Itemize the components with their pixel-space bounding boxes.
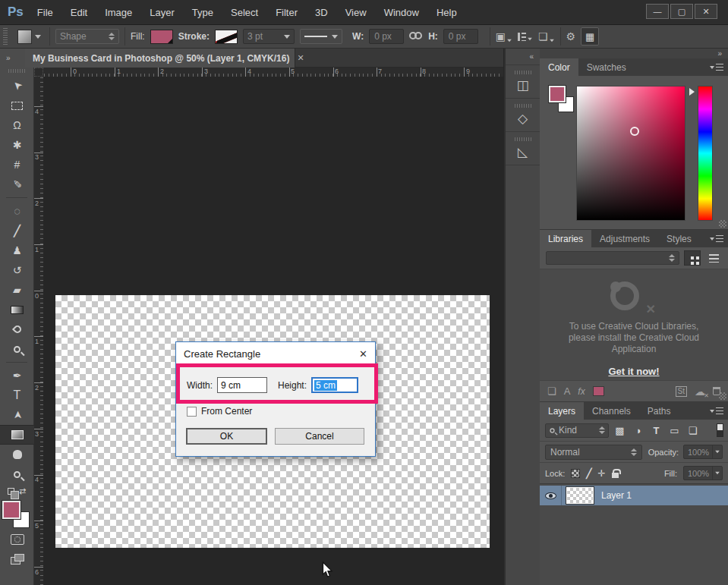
- tools-grip[interactable]: [8, 69, 25, 73]
- dodge-tool[interactable]: [0, 339, 34, 359]
- filter-adjustment-layers-icon[interactable]: ◑: [631, 425, 645, 436]
- default-colors-icon[interactable]: [8, 488, 14, 495]
- lock-all-icon[interactable]: [612, 473, 619, 478]
- tab-color[interactable]: Color: [540, 58, 578, 76]
- add-graphic-icon[interactable]: ❏: [547, 385, 556, 397]
- adobe-stock-icon[interactable]: St: [676, 386, 687, 397]
- fill-color-swatch[interactable]: [150, 30, 173, 44]
- lock-position-icon[interactable]: ✛: [598, 468, 606, 479]
- from-center-checkbox[interactable]: [187, 407, 197, 417]
- move-tool[interactable]: ➤: [0, 76, 34, 96]
- foreground-color-well[interactable]: [549, 86, 566, 102]
- link-dimensions-icon[interactable]: [409, 32, 423, 41]
- magic-wand-tool[interactable]: ✱: [0, 135, 34, 155]
- canvas-pasteboard[interactable]: [43, 77, 503, 585]
- filter-pixel-layers-icon[interactable]: ▩: [613, 425, 627, 436]
- resize-grip[interactable]: [719, 392, 726, 400]
- menu-filter[interactable]: Filter: [276, 7, 298, 18]
- maximize-button[interactable]: ▢: [670, 4, 693, 19]
- fill-input[interactable]: 100%: [683, 466, 723, 480]
- filter-kind-select[interactable]: Kind: [545, 423, 609, 438]
- menu-file[interactable]: File: [37, 7, 53, 18]
- grid-view-button[interactable]: [684, 250, 701, 266]
- menu-select[interactable]: Select: [231, 7, 258, 18]
- panel-menu-icon[interactable]: [710, 407, 723, 415]
- path-arrangement-button[interactable]: ❏: [538, 30, 555, 42]
- hand-tool[interactable]: [0, 445, 34, 464]
- info-panel-button[interactable]: ◺: [506, 132, 540, 165]
- brush-tool[interactable]: ╱: [0, 221, 34, 241]
- gradient-tool[interactable]: [0, 300, 34, 319]
- clone-stamp-tool[interactable]: ♟: [0, 241, 34, 260]
- menu-layer[interactable]: Layer: [150, 7, 175, 18]
- layer-thumbnail[interactable]: [566, 487, 594, 504]
- library-select[interactable]: [546, 251, 679, 265]
- width-input[interactable]: [217, 377, 267, 393]
- cloud-sync-icon[interactable]: ☁✕: [695, 385, 705, 398]
- close-button[interactable]: ✕: [695, 4, 717, 19]
- dialog-title-bar[interactable]: Create Rectangle ✕: [176, 342, 375, 365]
- panel-menu-icon[interactable]: [710, 234, 723, 243]
- shape-height-input[interactable]: 0 px: [443, 29, 478, 44]
- menu-type[interactable]: Type: [192, 7, 213, 18]
- add-text-icon[interactable]: A: [564, 385, 571, 397]
- layer-name[interactable]: Layer 1: [601, 490, 632, 501]
- eraser-tool[interactable]: ▰: [0, 280, 34, 300]
- saturation-brightness-field[interactable]: [576, 86, 685, 221]
- pen-tool[interactable]: ✒: [0, 366, 34, 385]
- rectangular-marquee-tool[interactable]: [0, 96, 34, 115]
- crop-tool[interactable]: #: [0, 155, 34, 175]
- lock-transparency-icon[interactable]: [571, 469, 580, 478]
- swap-colors-icon[interactable]: ⇄: [19, 486, 26, 496]
- blend-mode-select[interactable]: Normal: [545, 445, 642, 460]
- eyedropper-tool[interactable]: ✐: [0, 175, 34, 194]
- stroke-width-select[interactable]: 3 pt: [243, 29, 295, 44]
- path-operations-button[interactable]: ▣: [496, 30, 512, 42]
- collapse-dock-button[interactable]: »: [540, 49, 728, 58]
- document-tab[interactable]: My Business Card in Photoshop @ 50% (Lay…: [25, 49, 295, 68]
- filter-smart-objects-icon[interactable]: ❏: [685, 425, 700, 436]
- panel-menu-icon[interactable]: [710, 63, 723, 71]
- tab-swatches[interactable]: Swatches: [578, 58, 635, 76]
- cancel-button[interactable]: Cancel: [275, 428, 364, 445]
- path-alignment-button[interactable]: [518, 33, 533, 41]
- stroke-color-swatch[interactable]: [215, 30, 238, 44]
- tab-libraries[interactable]: Libraries: [540, 230, 591, 247]
- tab-channels[interactable]: Channels: [584, 402, 639, 420]
- color-picker-marker[interactable]: [630, 127, 639, 136]
- ruler-origin[interactable]: [34, 68, 43, 77]
- filter-type-layers-icon[interactable]: T: [649, 425, 663, 436]
- eye-icon[interactable]: [545, 492, 556, 499]
- lock-pixels-icon[interactable]: ╱: [586, 468, 591, 479]
- menu-edit[interactable]: Edit: [71, 7, 87, 18]
- tab-styles[interactable]: Styles: [658, 230, 700, 247]
- menu-view[interactable]: View: [345, 7, 367, 18]
- shape-width-input[interactable]: 0 px: [369, 29, 404, 44]
- add-color-swatch-icon[interactable]: [593, 386, 604, 396]
- quick-mask-button[interactable]: [0, 530, 34, 549]
- path-selection-tool[interactable]: ➤: [0, 405, 34, 425]
- toggle-panels-button[interactable]: ▦: [581, 27, 599, 46]
- filtering-toggle[interactable]: [717, 423, 723, 437]
- tool-preset-button[interactable]: [14, 30, 44, 44]
- spot-healing-brush-tool[interactable]: ◌: [0, 201, 34, 221]
- add-layer-style-icon[interactable]: fx: [578, 386, 585, 397]
- properties-panel-button[interactable]: ◇: [506, 99, 540, 132]
- minimize-button[interactable]: —: [646, 4, 669, 19]
- screen-mode-button[interactable]: [0, 549, 34, 569]
- hue-slider-marker[interactable]: [689, 88, 695, 96]
- type-tool[interactable]: T: [0, 385, 34, 405]
- layer-row[interactable]: Layer 1: [540, 486, 728, 505]
- tab-layers[interactable]: Layers: [540, 402, 584, 420]
- dialog-close-icon[interactable]: ✕: [359, 348, 367, 360]
- ok-button[interactable]: OK: [186, 428, 267, 445]
- rectangle-tool[interactable]: [0, 425, 34, 445]
- close-tab-icon[interactable]: ✕: [297, 53, 304, 63]
- stroke-style-select[interactable]: [300, 29, 342, 44]
- menu-window[interactable]: Window: [384, 7, 419, 18]
- expand-panels-button[interactable]: «: [506, 49, 540, 65]
- tab-adjustments[interactable]: Adjustments: [591, 230, 658, 247]
- list-view-button[interactable]: [705, 250, 722, 266]
- lasso-tool[interactable]: Ω: [0, 115, 34, 135]
- options-grip[interactable]: [3, 28, 8, 45]
